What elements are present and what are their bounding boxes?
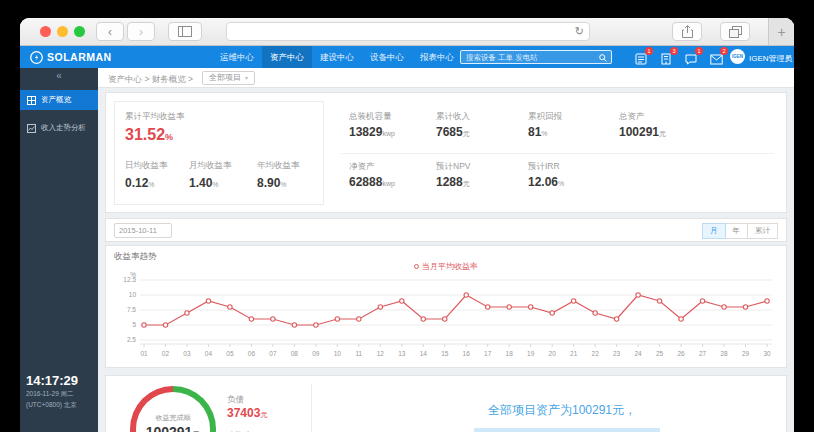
menu-item-devices[interactable]: 设备中心 [362,46,412,68]
svg-text:04: 04 [205,350,213,357]
stat-label: 月均收益率 [189,160,232,172]
search-placeholder: 搜索设备 工单 发电站 [466,53,538,63]
stat-value: 100291元 [619,125,666,139]
back-button[interactable]: ‹ [96,22,124,41]
svg-text:19: 19 [527,350,535,357]
svg-text:15: 15 [441,350,449,357]
svg-text:29: 29 [742,350,750,357]
range-button-total[interactable]: 累计 [747,223,778,239]
asset-note: 全部项目资产为100291元， [488,402,636,419]
menu-item-assets[interactable]: 资产中心 [262,46,312,68]
asset-donut-chart: 收益完成额 100291元 [130,386,216,432]
show-tabs-button[interactable] [720,22,750,41]
sidebar-item-asset-overview[interactable]: 资产概览 [20,90,98,110]
stat-label: 预计IRR [528,161,560,173]
address-bar[interactable]: ↻ [226,22,590,41]
svg-text:09: 09 [312,350,320,357]
avatar[interactable]: IGEN [730,49,745,64]
svg-text:11: 11 [355,350,362,357]
svg-text:23: 23 [613,350,621,357]
svg-text:06: 06 [248,350,256,357]
stat-label: 日均收益率 [125,160,168,172]
stat-label: 总资产 [619,111,645,123]
org-button[interactable]: 3 [660,51,673,63]
svg-text:01: 01 [140,350,148,357]
chart-legend[interactable]: 当月平均收益率 [106,261,786,272]
breadcrumb-separator: > [188,74,193,84]
share-button[interactable] [672,22,702,41]
minimize-window-button[interactable] [57,26,68,37]
asset-liability-panel: 收益完成额 100291元 负债 37403元 净资产 全部项目资产为10029… [105,375,787,432]
close-window-button[interactable] [40,26,51,37]
clipboard-icon [635,53,647,65]
legend-dot-icon [414,264,419,269]
svg-text:21: 21 [570,350,578,357]
yield-trend-panel: 收益率趋势 当月平均收益率 12.5107.552.5%010203040506… [105,245,787,368]
breadcrumb-page[interactable]: 财务概览 [152,74,186,84]
summary-panel: 累计平均收益率 31.52% 日均收益率 月均收益率 年均收益率 0.12% 1… [105,92,787,213]
legend-label: 当月平均收益率 [422,262,478,271]
chat-icon [685,53,697,65]
new-tab-button[interactable]: + [768,18,794,45]
date-picker[interactable]: 2015-10-11 [114,223,172,238]
avg-yield-card: 累计平均收益率 31.52% 日均收益率 月均收益率 年均收益率 0.12% 1… [114,101,324,205]
browser-window: ‹ › ↻ + [20,18,794,432]
sidebar-collapse-button[interactable]: « [20,68,98,86]
chart-toolbar: 2015-10-11 月 年 累计 [105,218,787,242]
range-button-year[interactable]: 年 [725,223,749,239]
forward-button[interactable]: › [127,22,155,41]
svg-text:12: 12 [377,350,385,357]
svg-text:20: 20 [549,350,557,357]
clock-timezone: (UTC+0800) 北京 [26,401,78,410]
breadcrumb: 资产中心 > 财务概览 > [108,74,193,86]
project-filter-dropdown[interactable]: 全部项目▾ [202,71,255,85]
mail-icon [710,54,723,65]
breadcrumb-separator: > [144,74,149,84]
refresh-icon[interactable]: ↻ [575,25,584,38]
svg-text:10: 10 [129,291,137,298]
user-caret-icon: ▾ [786,54,789,61]
stat-label: 年均收益率 [257,160,300,172]
svg-text:13: 13 [398,350,406,357]
menu-item-construction[interactable]: 建设中心 [312,46,362,68]
menu-item-operations[interactable]: 运维中心 [212,46,262,68]
sidebar-toggle-button[interactable] [168,22,202,41]
mail-button[interactable]: 2 [710,51,723,63]
stat-value: 31.52% [125,126,173,144]
range-switcher: 月 年 累计 [703,223,778,239]
brand-name: SOLARMAN [47,51,112,63]
stat-label: 累计收入 [436,111,470,123]
messages-button[interactable]: 1 [685,51,698,63]
svg-text:24: 24 [634,350,642,357]
stat-label: 累计平均收益率 [125,111,185,123]
svg-text:02: 02 [162,350,170,357]
divider [311,384,312,432]
menu-item-reports[interactable]: 报表中心 [412,46,462,68]
range-button-month[interactable]: 月 [702,223,726,239]
stat-value: 62888kwp [349,175,395,189]
stat-label: 累积回报 [528,111,562,123]
trend-chart-icon [27,124,36,133]
solarman-logo[interactable]: SOLARMAN [30,46,112,68]
svg-text:%: % [130,272,136,278]
breadcrumb-section[interactable]: 资产中心 [108,74,142,84]
sidebar-item-label: 资产概览 [41,95,71,105]
zoom-window-button[interactable] [74,26,85,37]
main-menu: 运维中心 资产中心 建设中心 设备中心 报表中心 [212,46,462,68]
svg-text:2.5: 2.5 [127,336,136,343]
global-search-input[interactable]: 搜索设备 工单 发电站 [460,50,612,64]
sidebar: « 资产概览 收入走势分析 14:17:29 2016-11-29 周二 [20,68,98,432]
grid-icon [27,96,36,105]
sidebar-icon [178,26,192,37]
alerts-button[interactable]: 1 [635,51,648,63]
messages-badge: 1 [695,47,703,55]
stat-label: 总装机容量 [349,111,392,123]
svg-text:22: 22 [592,350,600,357]
svg-text:10: 10 [334,350,342,357]
sidebar-item-income-trend[interactable]: 收入走势分析 [20,118,98,138]
svg-text:16: 16 [463,350,471,357]
svg-text:14: 14 [420,350,428,357]
search-icon [599,54,607,62]
building-icon [660,53,672,65]
svg-text:08: 08 [291,350,299,357]
